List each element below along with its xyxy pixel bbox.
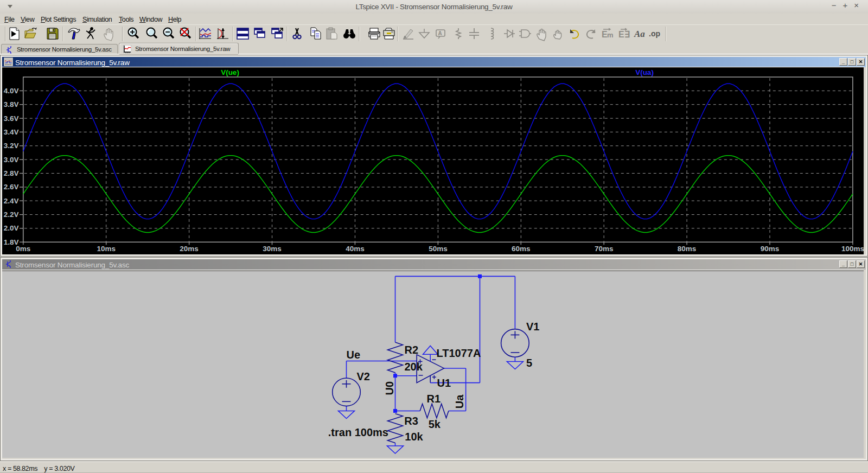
svg-text:R1: R1 xyxy=(427,393,441,405)
svg-text:Ua: Ua xyxy=(454,394,465,408)
svg-text:30ms: 30ms xyxy=(263,245,282,253)
svg-text:2.8V: 2.8V xyxy=(4,169,19,177)
svg-text:20k: 20k xyxy=(405,361,423,373)
svg-text:10ms: 10ms xyxy=(97,245,116,253)
svg-text:3.2V: 3.2V xyxy=(4,142,19,150)
svg-text:Ue: Ue xyxy=(347,349,361,361)
svg-text:100ms: 100ms xyxy=(841,245,864,253)
svg-text:80ms: 80ms xyxy=(678,245,697,253)
svg-text:R3: R3 xyxy=(404,415,418,427)
svg-text:V(ua): V(ua) xyxy=(635,68,654,76)
svg-text:∃: ∃ xyxy=(624,30,630,39)
svg-text:.tran 100ms: .tran 100ms xyxy=(328,426,388,438)
svg-text:U1: U1 xyxy=(437,377,451,389)
svg-text:3.6V: 3.6V xyxy=(4,114,19,123)
svg-text:U0: U0 xyxy=(384,381,395,395)
svg-text:Aa: Aa xyxy=(634,29,645,39)
svg-text:10k: 10k xyxy=(405,431,423,443)
svg-text:V2: V2 xyxy=(357,370,370,382)
svg-text:90ms: 90ms xyxy=(761,245,780,253)
svg-text:2.0V: 2.0V xyxy=(4,224,19,232)
svg-text:60ms: 60ms xyxy=(512,245,531,253)
svg-text:5: 5 xyxy=(526,357,532,369)
svg-text:.op: .op xyxy=(649,29,660,38)
svg-text:V(ue): V(ue) xyxy=(221,68,239,76)
svg-text:m: m xyxy=(607,31,614,39)
svg-text:20ms: 20ms xyxy=(180,245,199,253)
svg-text:0ms: 0ms xyxy=(16,245,30,253)
svg-text:3.8V: 3.8V xyxy=(4,100,19,108)
svg-text:2.6V: 2.6V xyxy=(4,183,19,191)
svg-text:4.0V: 4.0V xyxy=(4,87,19,95)
svg-text:5k: 5k xyxy=(429,418,441,430)
svg-text:A: A xyxy=(438,30,442,36)
svg-text:50ms: 50ms xyxy=(429,245,448,253)
svg-text:3.0V: 3.0V xyxy=(4,156,19,164)
svg-text:R2: R2 xyxy=(405,344,419,356)
svg-text:40ms: 40ms xyxy=(346,245,365,253)
svg-text:V1: V1 xyxy=(526,321,539,333)
svg-text:LT1077A: LT1077A xyxy=(437,347,481,359)
svg-text:3.4V: 3.4V xyxy=(4,128,19,136)
svg-text:2.2V: 2.2V xyxy=(4,210,19,219)
svg-text:2.4V: 2.4V xyxy=(4,197,19,205)
svg-text:70ms: 70ms xyxy=(595,245,614,253)
svg-text:E: E xyxy=(618,30,624,39)
